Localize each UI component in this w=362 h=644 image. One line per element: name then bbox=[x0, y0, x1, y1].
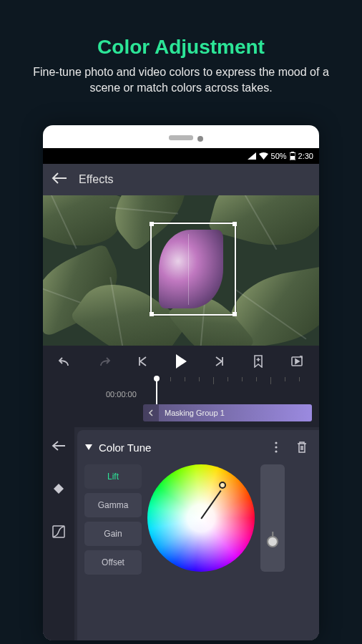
param-tabs: Lift Gamma Gain Offset bbox=[84, 464, 142, 640]
play-button[interactable] bbox=[171, 351, 191, 371]
color-controls bbox=[147, 464, 312, 640]
panel-title: Color Tune bbox=[99, 441, 260, 454]
tab-lift[interactable]: Lift bbox=[84, 464, 142, 489]
tab-gain[interactable]: Gain bbox=[84, 522, 142, 546]
color-tune-panel: Color Tune Lift Gamma Gain Offset bbox=[77, 430, 319, 640]
app-screen: 50% 2:30 Effects bbox=[43, 148, 319, 640]
battery-icon bbox=[290, 152, 295, 160]
bookmark-add-button[interactable] bbox=[248, 351, 268, 371]
wheel-vector bbox=[200, 490, 221, 519]
battery-percent: 50% bbox=[271, 152, 287, 160]
svg-point-7 bbox=[275, 450, 277, 452]
panel-body: Lift Gamma Gain Offset bbox=[84, 464, 312, 640]
back-icon[interactable] bbox=[52, 172, 67, 187]
clip-label: Masking Group 1 bbox=[159, 409, 225, 417]
video-preview[interactable] bbox=[43, 195, 319, 346]
svg-rect-2 bbox=[290, 156, 295, 160]
delete-button[interactable] bbox=[292, 437, 312, 457]
promo-subtitle: Fine-tune photo and video colors to expr… bbox=[0, 59, 362, 97]
masked-leaf bbox=[159, 230, 223, 308]
phone-camera bbox=[197, 136, 203, 142]
clip-collapse-button[interactable] bbox=[143, 404, 159, 421]
wheel-marker[interactable] bbox=[219, 482, 226, 489]
luma-handle[interactable] bbox=[267, 536, 278, 547]
panel-collapse-icon[interactable] bbox=[84, 441, 93, 454]
transport-bar bbox=[43, 346, 319, 377]
panel-sidebar bbox=[43, 427, 74, 640]
svg-point-5 bbox=[275, 441, 277, 444]
keyframe-icon[interactable] bbox=[50, 480, 67, 497]
panel-header: Color Tune bbox=[84, 437, 312, 457]
tab-offset[interactable]: Offset bbox=[84, 550, 142, 575]
cell-signal-icon bbox=[248, 152, 256, 160]
skip-start-button[interactable] bbox=[132, 351, 152, 371]
undo-button[interactable] bbox=[55, 351, 75, 371]
luma-slider[interactable] bbox=[260, 464, 285, 572]
panel-back-button[interactable] bbox=[50, 437, 67, 454]
color-wheel[interactable] bbox=[147, 464, 255, 572]
phone-frame: 50% 2:30 Effects bbox=[43, 125, 319, 640]
timeline[interactable]: 00:00:00 Masking Group 1 bbox=[43, 377, 319, 427]
wifi-icon bbox=[259, 152, 268, 160]
timeline-clip[interactable]: Masking Group 1 bbox=[143, 404, 312, 421]
phone-speaker bbox=[169, 135, 193, 140]
svg-point-6 bbox=[275, 446, 277, 448]
playhead[interactable] bbox=[156, 377, 157, 406]
promo-title: Color Adjustment bbox=[0, 0, 362, 59]
timecode: 00:00:00 bbox=[106, 390, 137, 399]
more-options-button[interactable] bbox=[266, 437, 286, 457]
skip-end-button[interactable] bbox=[210, 351, 230, 371]
effects-panel: Color Tune Lift Gamma Gain Offset bbox=[43, 427, 319, 640]
status-bar: 50% 2:30 bbox=[43, 148, 319, 164]
app-header: Effects bbox=[43, 164, 319, 195]
curves-icon[interactable] bbox=[50, 523, 67, 540]
redo-button[interactable] bbox=[94, 351, 114, 371]
header-title: Effects bbox=[79, 173, 114, 186]
mask-rectangle[interactable] bbox=[150, 223, 236, 316]
tab-gamma[interactable]: Gamma bbox=[84, 493, 142, 517]
clock: 2:30 bbox=[298, 152, 313, 160]
export-button[interactable] bbox=[287, 351, 307, 371]
